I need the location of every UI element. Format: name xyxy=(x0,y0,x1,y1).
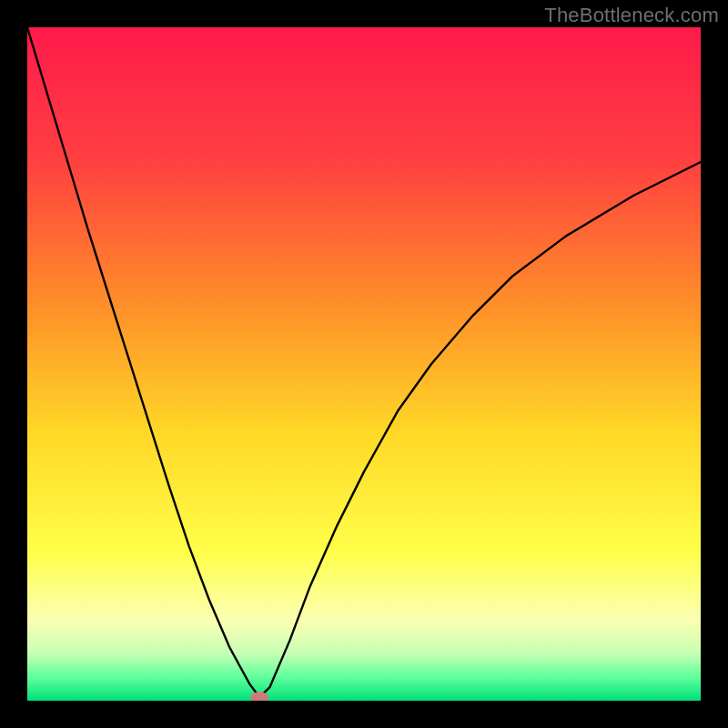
chart-svg xyxy=(27,27,701,701)
gradient-background xyxy=(27,27,701,701)
chart-plot-area xyxy=(27,27,701,701)
chart-frame: TheBottleneck.com xyxy=(0,0,728,728)
watermark-text: TheBottleneck.com xyxy=(544,4,719,27)
